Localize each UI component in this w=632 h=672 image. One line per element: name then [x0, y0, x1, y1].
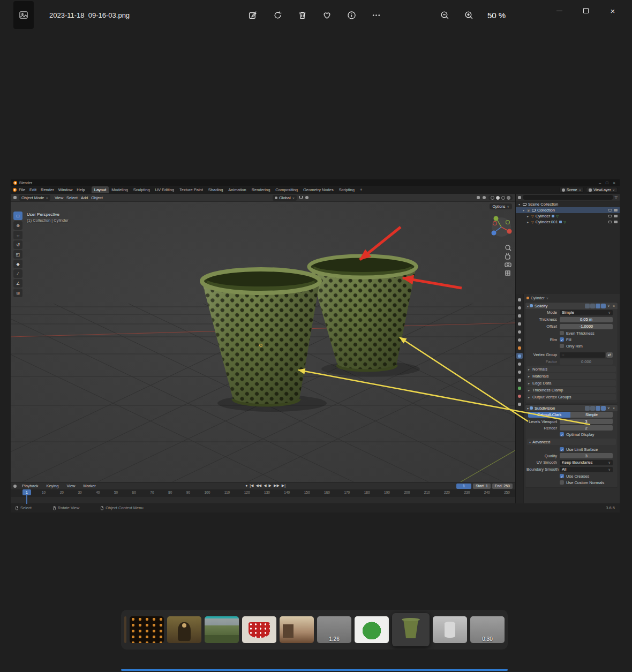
- snap-magnet-icon[interactable]: [299, 196, 303, 199]
- workspace-tab[interactable]: Geometry Nodes: [300, 186, 336, 193]
- filmstrip-thumbnail-video[interactable]: 1:26: [317, 616, 351, 643]
- invert-vertex-group-icon[interactable]: ⇄: [606, 352, 613, 358]
- levels-viewport-field[interactable]: 3: [560, 419, 613, 424]
- scene-tab[interactable]: [516, 329, 523, 335]
- end-frame-field[interactable]: End250: [492, 484, 513, 489]
- filmstrip-thumbnail-teacup[interactable]: [242, 616, 276, 643]
- filmstrip-thumbnail-current[interactable]: [392, 613, 430, 646]
- outliner-row-collection[interactable]: ▾ ✓ Collection: [516, 207, 620, 213]
- jump-to-start-icon[interactable]: |◀: [250, 484, 253, 488]
- blender-minimize-icon[interactable]: –: [599, 180, 601, 185]
- output-tab[interactable]: [516, 313, 523, 319]
- filmstrip-thumbnail-cylinder-render[interactable]: [433, 616, 467, 643]
- viewport-3d[interactable]: User Perspective (1) Collection | Cylind…: [11, 202, 515, 482]
- mode-dropdown[interactable]: Object Mode∨: [19, 195, 50, 201]
- outliner-row-cylinder-001[interactable]: ▸▽ Cylinder.001 ▽: [516, 219, 620, 225]
- filmstrip-thumbnail-interior[interactable]: [280, 616, 314, 643]
- edit-mode-toggle[interactable]: [590, 304, 595, 308]
- play-reverse-icon[interactable]: ◀: [264, 484, 266, 488]
- blender-app-menu-icon[interactable]: [13, 188, 17, 192]
- edit-image-icon[interactable]: [247, 10, 258, 20]
- more-options-icon[interactable]: [371, 10, 381, 20]
- workspace-tab[interactable]: Shading: [206, 186, 226, 193]
- favorite-heart-icon[interactable]: [321, 10, 332, 20]
- outliner-editor-icon[interactable]: [518, 196, 521, 199]
- realtime-toggle[interactable]: [596, 406, 600, 411]
- workspace-tab[interactable]: Texture Paint: [177, 186, 206, 193]
- select-box-tool-button[interactable]: □: [13, 212, 22, 220]
- modifier-extras-icon[interactable]: ∨: [606, 406, 611, 410]
- material-shading-icon[interactable]: [501, 196, 505, 200]
- render-toggle[interactable]: [601, 304, 606, 308]
- rotate-icon[interactable]: [272, 10, 283, 20]
- particles-tab[interactable]: [516, 361, 523, 367]
- filmstrip-thumbnail-partial[interactable]: [124, 616, 126, 643]
- prev-keyframe-icon[interactable]: ◀◀: [255, 484, 261, 488]
- timeline-menu-item[interactable]: Marker: [82, 484, 97, 488]
- render-toggle[interactable]: [601, 406, 606, 411]
- workspace-tab[interactable]: Compositing: [273, 186, 300, 193]
- proportional-edit-icon[interactable]: [305, 196, 309, 199]
- start-frame-field[interactable]: Start1: [473, 484, 491, 489]
- zoom-in-icon[interactable]: [463, 10, 474, 20]
- wireframe-shading-icon[interactable]: [491, 196, 494, 200]
- tool-tab[interactable]: [516, 297, 523, 303]
- play-icon[interactable]: ▶: [269, 484, 272, 488]
- on-cage-toggle[interactable]: [585, 406, 590, 411]
- viewport-menu-item[interactable]: Select: [65, 195, 79, 200]
- workspace-tab[interactable]: UV Editing: [153, 186, 177, 193]
- cursor-tool-button[interactable]: ⊕: [13, 221, 22, 230]
- optimal-display-checkbox[interactable]: ✓: [560, 432, 564, 436]
- view-layer-selector[interactable]: ViewLayer ∨: [586, 187, 618, 193]
- object-tab[interactable]: [516, 345, 523, 351]
- outliner-search-input[interactable]: [523, 195, 613, 200]
- filter-funnel-icon[interactable]: ▽: [615, 195, 618, 200]
- rim-fill-checkbox[interactable]: ✓: [560, 337, 564, 342]
- filmstrip-thumbnail-mona-lisa[interactable]: [167, 616, 201, 643]
- rotate-tool-button[interactable]: ↺: [13, 240, 22, 249]
- maximize-button[interactable]: [582, 6, 590, 15]
- info-icon[interactable]: [346, 10, 357, 20]
- collection-checkbox[interactable]: ✓: [527, 209, 530, 212]
- on-cage-toggle[interactable]: [585, 304, 590, 308]
- add-cube-tool-button[interactable]: ⊞: [13, 289, 22, 297]
- menu-item[interactable]: Help: [74, 187, 87, 192]
- next-keyframe-icon[interactable]: ▶▶: [274, 484, 280, 488]
- blender-maximize-icon[interactable]: □: [606, 180, 608, 185]
- menu-item[interactable]: Edit: [27, 187, 39, 192]
- options-dropdown[interactable]: Options∨: [490, 203, 512, 209]
- move-tool-button[interactable]: ↔: [13, 231, 22, 239]
- collapsed-subpanel[interactable]: Thickness Clamp: [526, 387, 616, 393]
- mode-dropdown-field[interactable]: Simple∨: [560, 310, 613, 315]
- render-tab[interactable]: [516, 305, 523, 311]
- use-custom-normals-checkbox[interactable]: [560, 480, 564, 485]
- workspace-tab[interactable]: +: [357, 186, 365, 193]
- disable-render-camera-icon[interactable]: [614, 209, 618, 212]
- subdivision-panel-header[interactable]: ▾ Subdivision ∨ ×: [525, 405, 618, 411]
- modifiers-tab[interactable]: [516, 353, 523, 359]
- realtime-toggle[interactable]: [596, 304, 600, 308]
- factor-field[interactable]: 0.000: [560, 359, 613, 365]
- texture-tab[interactable]: [516, 401, 523, 407]
- hide-viewport-eye-icon[interactable]: [608, 221, 612, 223]
- vertex-group-field[interactable]: ∷: [560, 352, 605, 358]
- remove-modifier-icon[interactable]: ×: [612, 406, 616, 410]
- timeline-editor-icon[interactable]: [13, 485, 17, 488]
- minimize-button[interactable]: [555, 6, 563, 15]
- remove-modifier-icon[interactable]: ×: [612, 304, 616, 308]
- close-button[interactable]: ×: [608, 6, 617, 15]
- delete-icon[interactable]: [297, 10, 307, 20]
- timeline-menu-item[interactable]: Playback: [20, 484, 40, 488]
- workspace-tab[interactable]: Modeling: [109, 186, 130, 193]
- timeline-ruler[interactable]: 1 10203040506070809010011012013014015016…: [11, 489, 515, 497]
- filmstrip-scrollbar[interactable]: [121, 669, 508, 671]
- zoom-out-icon[interactable]: [439, 10, 450, 20]
- edit-mode-toggle[interactable]: [590, 406, 595, 411]
- menu-item[interactable]: Render: [39, 187, 56, 192]
- current-frame-field[interactable]: 1: [456, 484, 471, 489]
- object-data-tab[interactable]: [516, 385, 523, 391]
- measure-tool-button[interactable]: ∠: [13, 279, 22, 288]
- viewport-menu-item[interactable]: Object: [89, 195, 104, 200]
- simple-button[interactable]: Simple: [570, 412, 613, 418]
- timeline-menu-item[interactable]: View: [65, 484, 77, 488]
